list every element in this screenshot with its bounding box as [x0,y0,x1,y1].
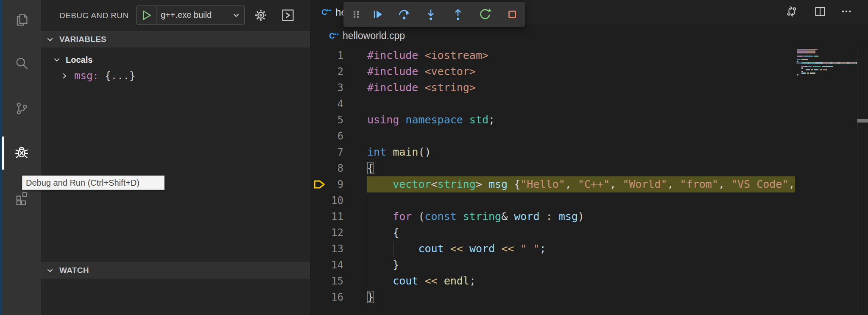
code-token: << [501,243,514,255]
line-number[interactable]: 7 [310,144,343,160]
minimap-line [832,62,838,64]
line-number[interactable]: 14 [310,257,343,273]
stop-button[interactable] [505,8,519,21]
code-line-11[interactable]: 11 for (const string& word : msg) [310,209,795,225]
minimap-line [797,49,807,50]
locals-scope-row[interactable]: Locals [41,52,310,68]
minimap-line [801,66,805,67]
variable-name: msg: [74,70,105,82]
line-number[interactable]: 12 [310,225,343,241]
code-token: << [450,243,463,255]
code-line-15[interactable]: 15 cout << endl; [310,273,795,289]
continue-button[interactable] [371,8,384,21]
start-debugging-icon[interactable] [140,9,153,22]
code-token: ) [578,210,584,223]
line-number[interactable]: 10 [310,192,343,209]
code-token: const [424,210,456,223]
minimap-line [822,66,826,67]
line-content: { [367,225,399,241]
code-line-10[interactable]: 10 [310,192,795,209]
code-token: using [367,114,399,126]
minimap-line [797,74,798,75]
code-line-9[interactable]: 9 vector<string> msg {"Hello", "C++", "W… [310,176,795,192]
tooltip-text: Debug and Run (Ctrl+Shift+D) [26,178,140,188]
minimap[interactable] [796,47,857,315]
minimap-line [820,69,822,70]
code-line-3[interactable]: 3#include <string> [310,80,795,96]
minimap-line [806,59,808,60]
minimap-line [807,66,812,67]
code-line-12[interactable]: 12 { [310,225,795,241]
minimap-line [840,62,847,64]
code-line-4[interactable]: 4 [310,96,795,112]
line-number[interactable]: 13 [310,241,343,257]
compare-changes-icon[interactable] [785,5,798,18]
step-into-button[interactable] [424,8,438,21]
code-line-6[interactable]: 6 [310,128,795,144]
minimap-line [826,69,827,70]
toolbar-drag-handle[interactable] [349,8,363,21]
code-line-5[interactable]: 5using namespace std; [310,112,795,128]
code-token [463,243,469,255]
launch-config-dropdown[interactable]: g++.exe build [136,6,245,25]
code-token: , [610,178,622,190]
code-token [367,259,393,271]
line-number[interactable]: 3 [310,80,343,96]
restart-button[interactable] [478,8,492,21]
minimap-line [849,62,856,64]
step-out-button[interactable] [451,8,465,21]
line-number[interactable]: 16 [310,289,343,305]
scrollbar-thumb[interactable] [857,119,868,123]
sidebar-title: DEBUG AND RUN [59,11,129,20]
breadcrumb[interactable]: C ++ helloworld.cpp [310,24,405,47]
sidebar-item-search[interactable] [2,44,41,83]
line-number[interactable]: 5 [310,112,343,128]
sidebar-item-run-and-debug[interactable] [2,133,41,172]
open-console-icon[interactable] [280,8,296,23]
line-number[interactable]: 6 [310,128,343,144]
watch-section-header[interactable]: WATCH [41,262,310,279]
code-token: word [469,243,495,255]
current-line-arrow-icon [313,178,326,191]
more-actions-icon[interactable] [840,5,853,18]
chevron-right-icon [61,72,68,80]
line-content: cout << endl; [367,273,476,289]
code-line-2[interactable]: 2#include <vector> [310,64,795,80]
code-line-16[interactable]: 16} [310,289,795,305]
cpp-file-icon: C ++ [321,7,331,17]
line-number[interactable]: 8 [310,160,343,176]
line-content: for (const string& word : msg) [367,209,584,225]
code-line-13[interactable]: 13 cout << word << " "; [310,241,795,257]
minimap-line [807,52,815,53]
sidebar-item-explorer[interactable] [2,0,41,39]
line-number[interactable]: 2 [310,64,343,80]
code-line-1[interactable]: 1#include <iostream> [310,47,795,64]
line-number[interactable]: 11 [310,209,343,225]
code-token: } [393,259,399,271]
split-editor-icon[interactable] [813,5,827,18]
code-token: , [718,178,731,190]
step-over-button[interactable] [397,8,411,21]
code-token: < [431,178,438,190]
line-content: cout << word << " "; [367,241,546,257]
variable-value: {...} [105,70,135,82]
code-token: endl [444,275,469,287]
line-number[interactable]: 4 [310,96,343,112]
line-number[interactable]: 1 [310,47,343,64]
sidebar-item-source-control[interactable] [2,89,41,128]
code-line-7[interactable]: 7int main() [310,144,795,160]
code-line-8[interactable]: 8{ [310,160,795,176]
code-token: <string> [424,81,475,94]
gear-icon[interactable] [253,8,268,23]
code-editor[interactable]: 1#include <iostream>2#include <vector>3#… [310,47,795,315]
code-token: "Hello" [520,178,565,190]
line-number[interactable]: 15 [310,273,343,289]
code-line-14[interactable]: 14 } [310,257,795,273]
minimap-line [807,72,809,74]
variables-section-header[interactable]: VARIABLES [41,31,310,47]
locals-label: Locals [66,55,92,65]
code-token: int [367,146,386,158]
overview-ruler [857,48,868,315]
code-token [444,243,450,255]
variable-row-msg[interactable]: msg: {...} [41,68,310,84]
